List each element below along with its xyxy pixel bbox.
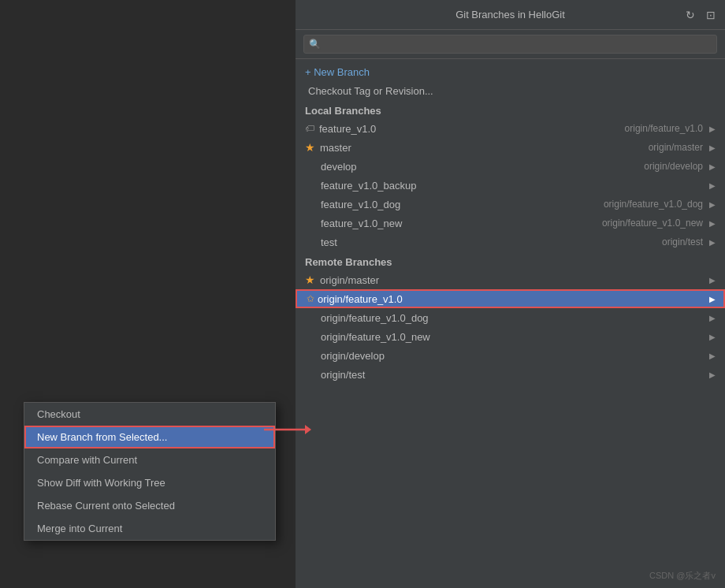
context-menu: Checkout New Branch from Selected... Com…	[24, 402, 276, 541]
context-menu-new-branch-selected[interactable]: New Branch from Selected...	[24, 426, 275, 448]
branch-origin-feature-v1.0[interactable]: ✩ origin/feature_v1.0 ▶	[296, 289, 725, 308]
branch-name: origin/feature_v1.0_new	[321, 331, 703, 343]
context-menu-show-diff[interactable]: Show Diff with Working Tree	[24, 471, 275, 494]
watermark: CSDN @乐之者v	[649, 570, 716, 582]
tracking-label: origin/feature_v1.0_new	[602, 218, 703, 229]
arrow-icon: ▶	[709, 162, 716, 171]
branch-develop[interactable]: develop origin/develop ▶	[296, 157, 725, 176]
branch-origin-test[interactable]: origin/test ▶	[296, 365, 725, 384]
arrow-icon: ▶	[709, 352, 716, 360]
branch-name: origin/develop	[321, 350, 703, 362]
branch-origin-master[interactable]: ★ origin/master ▶	[296, 270, 725, 289]
branch-name: feature_v1.0_backup	[321, 180, 703, 192]
branch-list: + New Branch Checkout Tag or Revision...…	[296, 59, 725, 588]
branch-name: master	[320, 142, 649, 154]
branch-master[interactable]: ★ master origin/master ▶	[296, 138, 725, 157]
branch-name: origin/feature_v1.0	[318, 293, 709, 305]
branch-name: test	[321, 236, 662, 248]
star-icon: ★	[305, 141, 315, 154]
expand-icon[interactable]: ⊡	[703, 7, 719, 23]
branch-feature-v1.0-backup[interactable]: feature_v1.0_backup ▶	[296, 176, 725, 195]
arrow-icon: ▶	[709, 238, 716, 247]
branch-feature-v1.0[interactable]: 🏷 feature_v1.0 origin/feature_v1.0 ▶	[296, 119, 725, 138]
arrow-icon: ▶	[709, 276, 716, 285]
branch-feature-v1.0-new[interactable]: feature_v1.0_new origin/feature_v1.0_new…	[296, 214, 725, 233]
local-branches-header: Local Branches	[296, 100, 725, 119]
branch-feature-v1.0-dog[interactable]: feature_v1.0_dog origin/feature_v1.0_dog…	[296, 195, 725, 214]
tracking-label: origin/master	[649, 142, 703, 153]
search-wrapper: 🔍	[303, 35, 717, 54]
git-branches-panel: Git Branches in HelloGit ↻ ⊡ 🔍 + New Bra…	[296, 0, 725, 588]
search-input[interactable]	[303, 35, 717, 54]
branch-name: origin/feature_v1.0_dog	[321, 312, 703, 324]
context-menu-compare[interactable]: Compare with Current	[24, 448, 275, 471]
branch-name: develop	[321, 161, 644, 173]
remote-branches-header: Remote Branches	[296, 251, 725, 270]
arrow-icon: ▶	[709, 370, 716, 379]
branch-name: origin/test	[321, 369, 703, 381]
tag-icon: 🏷	[305, 123, 314, 134]
branch-origin-feature-v1.0-dog[interactable]: origin/feature_v1.0_dog ▶	[296, 308, 725, 327]
tracking-label: origin/develop	[644, 161, 703, 172]
search-bar: 🔍	[296, 30, 725, 59]
header-icons: ↻ ⊡	[682, 7, 719, 23]
star-icon: ★	[305, 274, 315, 286]
new-branch-action[interactable]: + New Branch	[296, 62, 725, 81]
context-menu-rebase[interactable]: Rebase Current onto Selected	[24, 494, 275, 517]
branch-test[interactable]: test origin/test ▶	[296, 233, 725, 251]
star-half-icon: ✩	[307, 293, 314, 304]
tracking-label: origin/feature_v1.0_dog	[604, 199, 703, 210]
arrow-icon: ▶	[709, 181, 716, 190]
context-menu-checkout[interactable]: Checkout	[24, 403, 275, 426]
new-branch-label: + New Branch	[305, 66, 716, 78]
branch-name: origin/master	[320, 274, 703, 286]
branch-origin-feature-v1.0-new[interactable]: origin/feature_v1.0_new ▶	[296, 327, 725, 346]
branch-name: feature_v1.0_new	[321, 218, 602, 229]
refresh-icon[interactable]: ↻	[682, 7, 698, 23]
arrow-icon: ▶	[709, 200, 716, 209]
branch-name: feature_v1.0	[319, 123, 625, 135]
tracking-label: origin/test	[662, 236, 703, 247]
arrow-icon: ▶	[709, 295, 716, 303]
panel-header: Git Branches in HelloGit ↻ ⊡	[296, 0, 725, 30]
arrow-icon: ▶	[709, 333, 716, 341]
arrow-icon: ▶	[709, 314, 716, 322]
arrow-icon: ▶	[709, 125, 716, 133]
arrow-icon: ▶	[709, 143, 716, 152]
context-menu-merge[interactable]: Merge into Current	[24, 517, 275, 540]
branch-name: feature_v1.0_dog	[321, 199, 604, 210]
checkout-tag-label: Checkout Tag or Revision...	[308, 85, 716, 97]
checkout-tag-action[interactable]: Checkout Tag or Revision...	[296, 81, 725, 100]
branch-origin-develop[interactable]: origin/develop ▶	[296, 346, 725, 365]
panel-title: Git Branches in HelloGit	[455, 9, 565, 20]
arrow-icon: ▶	[709, 219, 716, 228]
tracking-label: origin/feature_v1.0	[625, 123, 703, 134]
